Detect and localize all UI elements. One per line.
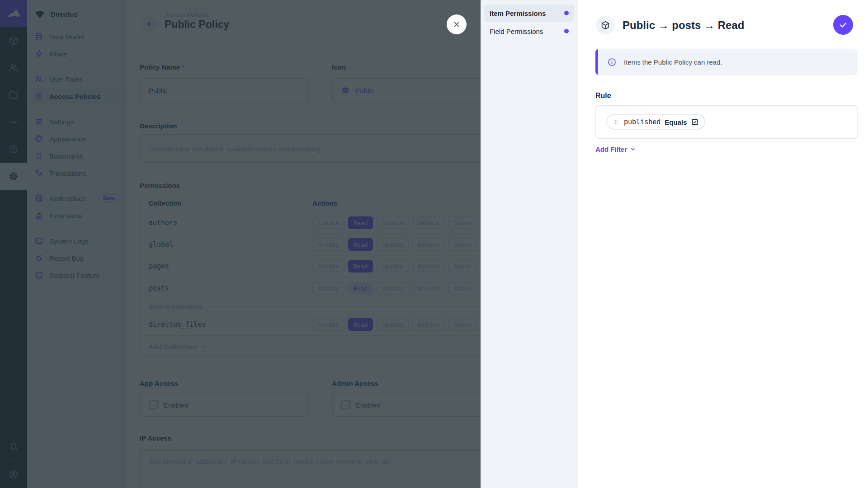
rule-label: Rule [595,92,611,100]
add-filter-button[interactable]: Add Filter [595,145,637,153]
drawer-content: Public → posts → Read Items the Public P… [578,0,868,488]
drawer-sidebar: Item Permissions Field Permissions [481,0,578,488]
box-icon [600,20,610,30]
drawer-overlay[interactable] [0,0,481,488]
status-dot [564,11,569,15]
save-button[interactable] [833,15,853,35]
notice-text: Items the Public Policy can read. [624,58,722,66]
status-dot [564,29,569,33]
close-drawer-button[interactable] [447,14,467,34]
info-notice: Items the Public Policy can read. [595,49,858,75]
rule-container: published Equals [595,105,858,139]
directus-app: Directus Data Model Flows [0,0,868,488]
filter-field[interactable]: published [624,118,660,126]
filter-pill[interactable]: published Equals [606,114,705,130]
drawer-title-badge [596,16,615,35]
drawer-title: Public → posts → Read [623,19,744,32]
filter-value-checkbox-checked-icon[interactable] [691,118,699,126]
check-icon [838,19,849,30]
tab-field-permissions[interactable]: Field Permissions [484,23,574,40]
chevron-down-icon [629,145,637,153]
drag-handle-icon[interactable] [613,118,620,126]
filter-operator[interactable]: Equals [665,118,687,126]
tab-item-permissions[interactable]: Item Permissions [484,5,574,22]
info-icon [607,57,617,67]
tab-label: Item Permissions [490,9,546,17]
tab-label: Field Permissions [490,28,543,35]
notice-accent-bar [595,49,598,75]
close-icon [452,19,462,29]
